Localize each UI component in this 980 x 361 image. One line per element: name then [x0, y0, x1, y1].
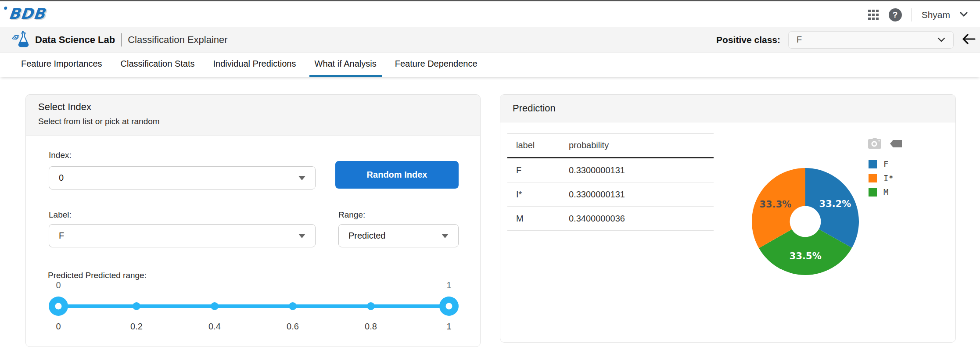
top-navbar: BDB ? Shyam [0, 0, 980, 27]
legend-item-m[interactable]: M [869, 187, 894, 197]
app-screen: BDB ? Shyam [0, 0, 980, 361]
probability-table: label probability F 0.3300000131 I* 0.33… [507, 133, 714, 231]
table-row: F 0.3300000131 [507, 158, 714, 182]
back-arrow-icon[interactable] [962, 33, 976, 46]
slider-tick-label: 0.4 [208, 322, 221, 332]
legend-item-f[interactable]: F [869, 159, 894, 169]
slider-lower-handle[interactable] [49, 297, 68, 316]
row-probability: 0.3400000036 [569, 214, 714, 224]
product-name: Data Science Lab [35, 34, 115, 46]
navbar-divider [912, 8, 912, 21]
select-index-card-header: Select Index Select from list or pick at… [26, 95, 480, 136]
legend-label: F [883, 159, 888, 169]
page-title: Classification Explainer [128, 34, 227, 46]
select-index-subtitle: Select from list or pick at random [38, 117, 468, 126]
help-icon[interactable]: ? [889, 8, 902, 21]
pie-slice-label: 33.3% [759, 199, 791, 210]
slider-tick-dot [367, 302, 375, 310]
legend-item-i[interactable]: I* [869, 173, 894, 183]
legend-label: I* [883, 173, 894, 183]
slider-tick-dot [211, 302, 219, 310]
row-probability: 0.3300000131 [569, 189, 714, 200]
prediction-card: Prediction label probability F 0.3300000… [500, 94, 956, 343]
positive-class-select[interactable]: F [788, 31, 954, 49]
select-index-title: Select Index [38, 101, 468, 113]
positive-class-label: Positive class: [716, 35, 780, 45]
row-probability: 0.3300000131 [569, 165, 714, 175]
legend-swatch [869, 160, 877, 168]
flask-icon [12, 30, 29, 50]
legend-swatch [869, 174, 877, 182]
tab-classification-stats[interactable]: Classification Stats [115, 53, 200, 77]
bdb-logo[interactable]: BDB [8, 5, 46, 22]
slider-upper-value: 1 [446, 280, 451, 290]
app-header: Data Science Lab Classification Explaine… [0, 27, 980, 53]
user-menu[interactable]: Shyam [922, 10, 950, 20]
plotly-logo-icon[interactable] [890, 140, 902, 147]
tab-individual-predictions[interactable]: Individual Predictions [208, 53, 302, 77]
col-header-label: label [507, 140, 569, 150]
select-index-card: Select Index Select from list or pick at… [25, 94, 481, 347]
table-row: I* 0.3300000131 [507, 182, 714, 207]
apps-grid-icon[interactable] [868, 9, 879, 21]
slider-tick-dot [133, 302, 140, 310]
tab-bar: Feature Importances Classification Stats… [0, 53, 980, 77]
chart-legend: F I* M [869, 159, 894, 197]
chevron-down-icon [937, 35, 945, 45]
chart-modebar [868, 138, 902, 149]
legend-label: M [883, 187, 888, 197]
legend-swatch [869, 188, 877, 197]
slider-rail[interactable] [58, 304, 449, 308]
row-label: M [507, 214, 569, 224]
table-row: M 0.3400000036 [507, 207, 714, 231]
slider-tick-label: 0.8 [365, 322, 377, 332]
slider-tick-dot [289, 302, 297, 310]
tab-feature-importances[interactable]: Feature Importances [16, 53, 108, 77]
predicted-range-slider: 0 1 0 0.2 0.4 0.6 0.8 1 [26, 136, 480, 347]
row-label: I* [507, 189, 569, 200]
prediction-card-header: Prediction [500, 95, 955, 122]
camera-icon[interactable] [868, 138, 881, 149]
slider-tick-label: 1 [446, 322, 451, 332]
title-divider [121, 33, 122, 46]
prediction-title: Prediction [513, 103, 556, 114]
table-header-row: label probability [507, 134, 714, 158]
col-header-probability: probability [569, 140, 714, 150]
slider-tick-label: 0.6 [287, 322, 299, 332]
tab-what-if-analysis[interactable]: What if Analysis [309, 53, 382, 77]
slider-tick-label: 0 [56, 322, 61, 332]
tab-feature-dependence[interactable]: Feature Dependence [390, 53, 483, 77]
user-chevron-down-icon[interactable] [960, 11, 968, 19]
pie-slice-label: 33.2% [819, 199, 851, 209]
slider-upper-handle[interactable] [439, 297, 459, 316]
pie-slice-label: 33.5% [790, 251, 822, 261]
slider-tick-label: 0.2 [130, 322, 143, 332]
row-label: F [507, 165, 569, 175]
prediction-pie-chart[interactable]: 33.2%33.5%33.3% [744, 151, 867, 283]
slider-lower-value: 0 [56, 280, 61, 290]
positive-class-value: F [797, 35, 802, 45]
